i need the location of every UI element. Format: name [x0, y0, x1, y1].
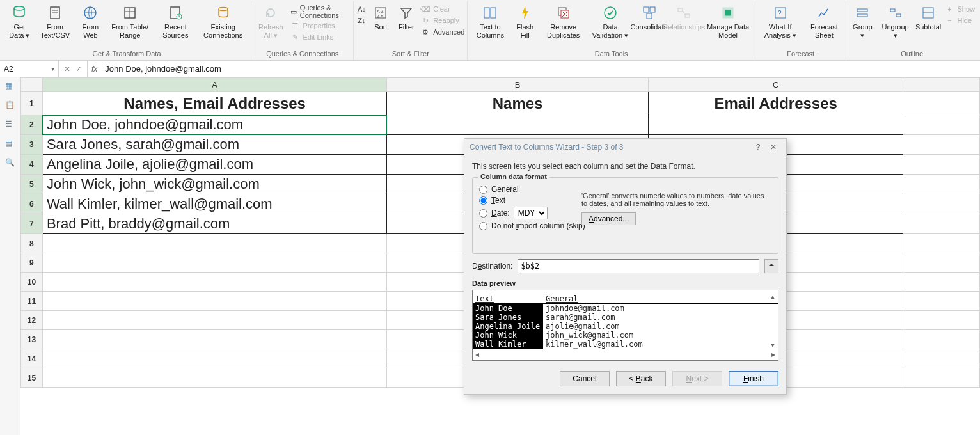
row-header[interactable]: 11	[21, 292, 43, 311]
flash-fill-button[interactable]: Flash Fill	[513, 3, 537, 41]
row-header[interactable]: 6	[21, 194, 43, 214]
sort-za-button[interactable]: Z↓	[356, 15, 367, 26]
fx-icon[interactable]: fx	[88, 61, 101, 77]
row-header[interactable]: 7	[21, 214, 43, 234]
row-header[interactable]: 5	[21, 175, 43, 194]
queries-connections-button[interactable]: ▭Queries & Connections	[290, 4, 351, 19]
find-icon[interactable]: 🔍	[5, 158, 15, 168]
table-icon[interactable]: ▤	[5, 139, 15, 149]
cell[interactable]	[387, 115, 648, 135]
cell[interactable]	[903, 115, 980, 135]
row-header[interactable]: 8	[21, 234, 43, 253]
row-header[interactable]: 9	[21, 253, 43, 273]
cell[interactable]	[903, 135, 980, 155]
subtotal-button[interactable]: Subtotal	[915, 3, 942, 33]
cell[interactable]	[903, 330, 980, 349]
ungroup-button[interactable]: Ungroup ▾	[878, 3, 912, 41]
cell[interactable]	[42, 330, 387, 349]
cell[interactable]: Names	[387, 92, 648, 115]
cell[interactable]	[903, 253, 980, 273]
date-format-select[interactable]: MDY	[514, 207, 548, 219]
remove-duplicates-button[interactable]: Remove Duplicates	[540, 3, 587, 41]
cell[interactable]: Brad Pitt, braddy@gmail.com	[42, 214, 387, 234]
data-validation-button[interactable]: Data Validation ▾	[590, 3, 631, 41]
existing-connections-button[interactable]: Existing Connections	[198, 3, 248, 41]
paste-icon[interactable]: 📋	[5, 100, 15, 111]
group-button[interactable]: Group ▾	[849, 3, 876, 41]
cell[interactable]: Wall Kimler, kilmer_wall@gmail.com	[42, 194, 387, 214]
cancel-edit-icon[interactable]: ✕	[64, 65, 70, 74]
cell[interactable]: Sara Jones, sarah@gmail.com	[42, 135, 387, 155]
close-icon[interactable]: ✕	[766, 143, 781, 152]
confirm-edit-icon[interactable]: ✓	[75, 65, 82, 74]
help-icon[interactable]: ?	[750, 143, 766, 152]
cell[interactable]	[903, 214, 980, 234]
cell[interactable]	[42, 368, 387, 388]
row-header[interactable]: 10	[21, 273, 43, 292]
range-picker-button[interactable]	[764, 259, 778, 273]
sort-button[interactable]: A ZZ A Sort	[369, 3, 392, 33]
cell[interactable]	[903, 92, 980, 115]
row-header[interactable]: 4	[21, 155, 43, 175]
consolidate-button[interactable]: Consolidate	[634, 3, 665, 33]
recent-sources-button[interactable]: Recent Sources	[155, 3, 195, 41]
cell[interactable]	[42, 311, 387, 330]
advanced-filter-button[interactable]: ⚙Advanced	[420, 27, 464, 37]
cell[interactable]	[42, 292, 387, 311]
from-text-csv-button[interactable]: From Text/CSV	[36, 3, 74, 41]
text-to-columns-button[interactable]: Text to Columns	[470, 3, 510, 41]
cell[interactable]	[42, 349, 387, 368]
manage-data-model-button[interactable]: Manage Data Model	[704, 3, 752, 41]
row-header[interactable]: 12	[21, 311, 43, 330]
cell[interactable]	[42, 253, 387, 273]
cell[interactable]	[903, 175, 980, 194]
sort-az-button[interactable]: A↓	[356, 4, 367, 14]
cell[interactable]	[903, 349, 980, 368]
destination-input[interactable]	[518, 259, 759, 273]
cell[interactable]: Angelina Joile, ajolie@gmail.com	[42, 155, 387, 175]
cancel-button[interactable]: Cancel	[560, 371, 610, 386]
cell[interactable]: John Wick, john_wick@gmail.com	[42, 175, 387, 194]
formula-input[interactable]: John Doe, johndoe@gmail.com	[101, 61, 980, 77]
data-preview[interactable]: TextGeneral John Doejohndoe@gmail.comSar…	[472, 290, 778, 361]
column-header[interactable]: A	[42, 78, 387, 92]
row-header[interactable]: 3	[21, 135, 43, 155]
cell[interactable]	[42, 234, 387, 253]
cell[interactable]	[903, 234, 980, 253]
cell[interactable]	[903, 292, 980, 311]
list-icon[interactable]: ☰	[5, 120, 15, 130]
cell[interactable]	[648, 115, 903, 135]
sheet-icon[interactable]: ▦	[5, 81, 15, 91]
finish-button[interactable]: Finish	[729, 371, 778, 386]
cell[interactable]	[42, 273, 387, 292]
scroll-right-icon[interactable]: ▸	[771, 350, 775, 359]
cell[interactable]: Names, Email Addresses	[42, 92, 387, 115]
cell[interactable]	[903, 311, 980, 330]
get-data-button[interactable]: Get Data ▾	[5, 3, 34, 41]
cell[interactable]: Email Addresses	[648, 92, 903, 115]
forecast-sheet-button[interactable]: Forecast Sheet	[805, 3, 843, 41]
column-header[interactable]: C	[648, 78, 903, 92]
column-header[interactable]: B	[387, 78, 648, 92]
row-header[interactable]: 14	[21, 349, 43, 368]
dialog-titlebar[interactable]: Convert Text to Columns Wizard - Step 3 …	[464, 139, 786, 155]
row-header[interactable]: 1	[21, 92, 43, 115]
row-header[interactable]: 13	[21, 330, 43, 349]
cell[interactable]	[903, 155, 980, 175]
refresh-all-button[interactable]: Refresh All ▾	[254, 3, 287, 41]
name-box[interactable]: A2 ▾	[0, 61, 59, 77]
cell[interactable]: John Doe, johndoe@gmail.com	[42, 115, 387, 135]
cell[interactable]	[903, 273, 980, 292]
from-web-button[interactable]: From Web	[77, 3, 104, 41]
cell[interactable]	[903, 194, 980, 214]
scroll-up-icon[interactable]: ▴	[771, 292, 775, 301]
row-header[interactable]: 2	[21, 115, 43, 135]
from-table-range-button[interactable]: From Table/ Range	[107, 3, 153, 41]
column-header[interactable]	[903, 78, 980, 92]
advanced-button[interactable]: Advanced...	[581, 212, 636, 225]
back-button[interactable]: < Back	[616, 371, 666, 386]
filter-button[interactable]: Filter	[395, 3, 418, 33]
row-header[interactable]: 15	[21, 368, 43, 388]
scroll-left-icon[interactable]: ◂	[475, 350, 479, 359]
scroll-down-icon[interactable]: ▾	[771, 340, 775, 349]
